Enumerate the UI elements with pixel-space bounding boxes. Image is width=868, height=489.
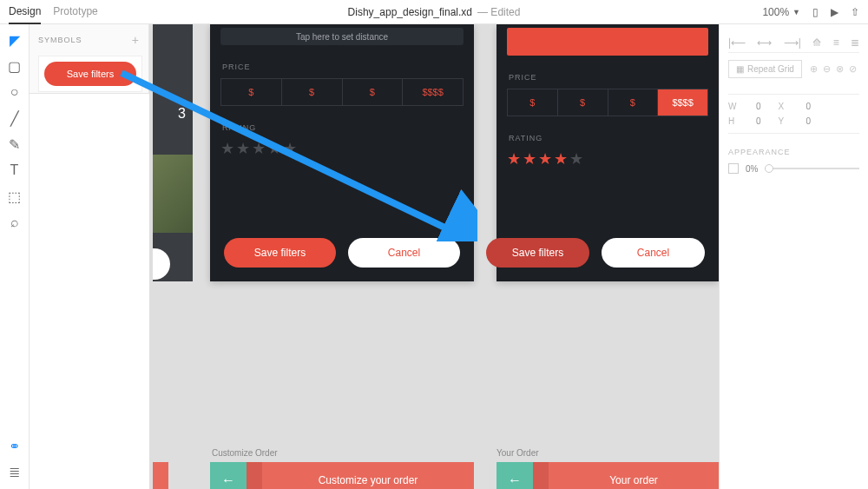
align-icons-row: |⟵ ⟷ ⟶| ⟰ ≡ ≣: [728, 33, 859, 53]
add-symbol-icon[interactable]: +: [132, 33, 140, 47]
save-filters-button[interactable]: Save filters: [224, 238, 336, 268]
artboard-sliver-bottom[interactable]: [153, 462, 168, 489]
align-right-icon[interactable]: ⟶|: [784, 36, 801, 49]
filename: Dishy_app_design_final.xd: [348, 6, 472, 18]
line-tool-icon[interactable]: ╱: [8, 111, 22, 125]
prototype-tab[interactable]: Prototype: [53, 0, 97, 24]
distance-input[interactable]: Tap here to set distance: [220, 28, 464, 45]
artboard-sliver-left[interactable]: 3: [153, 24, 193, 281]
sliver-image: [153, 155, 193, 233]
cancel-button[interactable]: Cancel: [348, 238, 460, 268]
red-input-box[interactable]: [507, 28, 708, 56]
slider-thumb[interactable]: [765, 164, 773, 173]
distribute-v-icon[interactable]: ≣: [851, 36, 859, 49]
price-3[interactable]: $: [343, 79, 404, 105]
width-value[interactable]: 0: [756, 102, 761, 111]
artboard-your-order[interactable]: ← Your order: [496, 462, 719, 489]
artboard-tool-icon[interactable]: ⬚: [8, 189, 22, 203]
repeat-grid-button[interactable]: ▦ Repeat Grid: [728, 60, 802, 78]
top-bar: Design Prototype Dishy_app_design_final.…: [0, 0, 868, 24]
boolean-add-icon[interactable]: ⊕: [810, 63, 818, 75]
rating-stars[interactable]: ★ ★ ★ ★ ★: [507, 149, 708, 169]
height-label: H: [728, 116, 739, 126]
artboard-3-name[interactable]: Customize Order: [212, 448, 278, 458]
customize-banner: Customize your order: [262, 462, 474, 489]
artboard-filters-1[interactable]: Tap here to set distance PRICE $ $ $ $$$…: [210, 24, 474, 281]
align-top-icon[interactable]: ⟰: [812, 36, 821, 49]
device-preview-icon[interactable]: ▯: [812, 6, 819, 18]
boolean-intersect-icon[interactable]: ⊗: [836, 63, 844, 75]
x-value[interactable]: 0: [806, 102, 812, 111]
star-icon[interactable]: ★: [507, 149, 521, 169]
share-icon[interactable]: ⇧: [851, 6, 859, 18]
price-2[interactable]: $: [558, 89, 608, 116]
height-value[interactable]: 0: [756, 116, 761, 126]
rectangle-tool-icon[interactable]: ▢: [8, 59, 22, 73]
mode-tabs: Design Prototype: [9, 0, 98, 24]
price-1[interactable]: $: [508, 89, 558, 116]
back-icon[interactable]: ←: [210, 462, 247, 489]
layers-icon[interactable]: ≣: [8, 465, 22, 479]
symbols-icon[interactable]: ⚭: [8, 439, 22, 453]
zoom-tool-icon[interactable]: ⌕: [8, 215, 22, 229]
design-canvas[interactable]: 3 Tap here to set distance PRICE $ $ $ $…: [149, 24, 719, 489]
price-label: PRICE: [509, 73, 707, 82]
price-4[interactable]: $$$$: [658, 89, 707, 116]
opacity-value[interactable]: 0%: [746, 164, 758, 174]
design-tab[interactable]: Design: [9, 0, 41, 24]
rating-stars[interactable]: ★ ★ ★ ★ ★: [220, 139, 464, 158]
chevron-down-icon: ▼: [792, 8, 800, 17]
cancel-button[interactable]: Cancel: [602, 238, 705, 268]
rating-label: RATING: [509, 134, 707, 142]
back-icon[interactable]: ←: [496, 462, 533, 489]
zoom-control[interactable]: 100% ▼: [762, 6, 800, 18]
distribute-h-icon[interactable]: ≡: [833, 36, 839, 49]
align-left-icon[interactable]: |⟵: [728, 36, 746, 49]
artboard-4-name[interactable]: Your Order: [496, 448, 539, 458]
pen-tool-icon[interactable]: ✎: [8, 137, 22, 151]
star-icon[interactable]: ★: [252, 139, 266, 158]
property-panel: |⟵ ⟷ ⟶| ⟰ ≡ ≣ ▦ Repeat Grid ⊕ ⊖ ⊗ ⊘ W 0 …: [719, 24, 868, 489]
price-3[interactable]: $: [608, 89, 659, 116]
star-icon[interactable]: ★: [267, 139, 281, 158]
opacity-slider[interactable]: [765, 168, 859, 169]
price-2[interactable]: $: [282, 79, 343, 105]
edited-indicator: — Edited: [477, 6, 520, 18]
star-icon[interactable]: ★: [538, 149, 552, 169]
grid-icon: ▦: [736, 64, 744, 74]
star-icon[interactable]: ★: [236, 139, 250, 158]
star-icon[interactable]: ★: [283, 139, 297, 158]
y-label: Y: [779, 116, 789, 126]
price-segmented[interactable]: $ $ $ $$$$: [220, 78, 464, 106]
your-order-banner: Your order: [549, 462, 719, 489]
play-icon[interactable]: ▶: [831, 6, 838, 18]
star-icon[interactable]: ★: [523, 149, 536, 169]
symbol-thumbnail[interactable]: Save filters: [38, 56, 142, 92]
boolean-subtract-icon[interactable]: ⊖: [823, 63, 831, 75]
align-center-h-icon[interactable]: ⟷: [757, 36, 772, 49]
select-tool-icon[interactable]: ◤: [8, 33, 22, 47]
price-4[interactable]: $$$$: [403, 79, 463, 105]
document-title: Dishy_app_design_final.xd — Edited: [348, 6, 521, 18]
star-icon[interactable]: ★: [554, 149, 568, 169]
star-icon[interactable]: ★: [220, 139, 234, 158]
opacity-checker-icon: [728, 163, 739, 174]
text-tool-icon[interactable]: T: [8, 163, 22, 177]
artboard-filters-2[interactable]: PRICE $ $ $ $$$$ RATING ★ ★ ★ ★ ★ Save f…: [496, 24, 719, 281]
shade-strip: [533, 462, 549, 489]
artboard-customize-order[interactable]: ← Customize your order: [210, 462, 474, 489]
rating-label: RATING: [222, 123, 462, 132]
price-segmented[interactable]: $ $ $ $$$$: [507, 89, 708, 116]
appearance-label: APPEARANCE: [728, 148, 859, 156]
opacity-control[interactable]: 0%: [728, 163, 859, 174]
left-toolbar: ◤ ▢ ○ ╱ ✎ T ⬚ ⌕ ⚭ ≣: [0, 24, 30, 489]
save-filters-button[interactable]: Save filters: [486, 238, 589, 268]
save-filters-symbol: Save filters: [44, 62, 136, 86]
boolean-exclude-icon[interactable]: ⊘: [849, 63, 857, 75]
y-value[interactable]: 0: [806, 116, 812, 126]
star-icon[interactable]: ★: [569, 149, 583, 169]
zoom-value: 100%: [762, 6, 789, 18]
shade-strip: [247, 462, 262, 489]
price-1[interactable]: $: [221, 79, 282, 105]
ellipse-tool-icon[interactable]: ○: [8, 85, 22, 99]
